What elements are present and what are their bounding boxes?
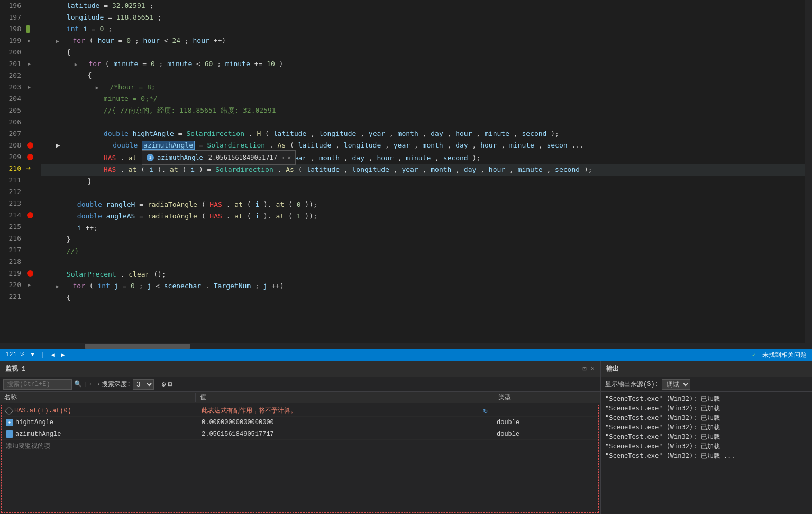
gutter-199: ▶ — [25, 35, 37, 47]
line-num-215: 215 — [5, 221, 21, 233]
watch-nav-next[interactable]: → — [96, 381, 99, 388]
gutter-207 — [25, 128, 37, 140]
gutter-208 — [25, 140, 37, 151]
line-num-212: 212 — [5, 186, 21, 198]
gutter-214 — [25, 209, 37, 221]
gutter-204 — [25, 93, 37, 105]
line-num-213: 213 — [5, 198, 21, 209]
tooltip-pin-btn[interactable]: × — [287, 152, 291, 163]
line-num-196: 196 — [5, 0, 21, 12]
gutter-221 — [25, 291, 37, 302]
watch-close-btn[interactable]: × — [591, 365, 595, 373]
line-num-204: 204 — [5, 93, 21, 105]
line-numbers: 196 197 198 199 200 201 202 203 204 205 … — [0, 0, 25, 343]
watch-cell-value-2: 0.00000000000000000 — [197, 419, 492, 426]
watch-row-3[interactable]: azimuthAngle 2.05615618490517717 double — [2, 428, 598, 440]
output-title: 输出 — [606, 364, 807, 373]
watch-panel-header: 监视 1 — ⊡ × — [0, 361, 600, 377]
watch-expand-icon[interactable]: ⊞ — [168, 380, 172, 389]
code-line-221: { — [41, 292, 805, 304]
code-line-199: ▶ for ( hour = 0 ; hour < 24 ; hour ++) — [41, 35, 805, 47]
ide-window: 196 197 198 199 200 201 202 203 204 205 … — [0, 0, 812, 514]
watch-panel: 监视 1 — ⊡ × 🔍 | ← → 搜索深度: 31245 | ⚙ ⊞ — [0, 361, 600, 514]
watch-search-input[interactable] — [3, 379, 72, 390]
watch-toolbar: 🔍 | ← → 搜索深度: 31245 | ⚙ ⊞ — [0, 377, 600, 392]
breakpoint-208[interactable] — [27, 142, 33, 149]
line-num-218: 218 — [5, 256, 21, 268]
line-num-198: 198 — [5, 23, 21, 35]
gutter-202 — [25, 70, 37, 81]
scroll-right-btn[interactable]: ▶ — [61, 351, 65, 359]
watch-panel-title: 监视 1 — [5, 364, 574, 373]
gutter-218 — [25, 256, 37, 268]
line-num-203: 203 — [5, 81, 21, 93]
output-content: "SceneTest.exe" (Win32): 已加载 "SceneTest.… — [601, 392, 812, 514]
watch-search-depth-label: 搜索深度: — [102, 380, 131, 389]
line-num-210: 210 — [5, 163, 21, 175]
code-line-196: latitude = 32.02591 ; — [41, 0, 805, 12]
watch-depth-select[interactable]: 31245 — [133, 379, 154, 390]
output-source-select[interactable]: 调试 — [662, 379, 690, 390]
gutter-198 — [25, 23, 37, 35]
output-source-toolbar: 显示输出来源(S): 调试 — [601, 377, 812, 392]
gutter-205 — [25, 105, 37, 116]
code-line-207: double hightAngle = Solardirection . H (… — [41, 128, 805, 140]
gutter-216 — [25, 233, 37, 244]
watch-row2-icon: ◈ — [6, 419, 13, 426]
editor-hscroll[interactable] — [0, 343, 812, 349]
watch-row-1[interactable]: HAS.at(i).at(0) 此表达式有副作用，将不予计算。 ↻ — [2, 405, 598, 417]
output-line-2: "SceneTest.exe" (Win32): 已加载 — [605, 403, 808, 413]
gutter-212 — [25, 186, 37, 198]
watch-cell-value-1: 此表达式有副作用，将不予计算。 ↻ — [197, 406, 492, 415]
tooltip-value: 2.0561561849051717 — [208, 152, 277, 163]
code-line-200: { — [41, 47, 805, 58]
output-line-7: "SceneTest.exe" (Win32): 已加载 ... — [605, 451, 808, 461]
watch-row3-icon — [6, 430, 13, 438]
gutter-197 — [25, 12, 37, 23]
watch-add-row[interactable]: 添加要监视的项 — [2, 440, 598, 452]
output-header: 输出 — [601, 361, 812, 377]
tooltip-variable-name: azimuthAngle — [157, 152, 203, 163]
editor-scrollbar[interactable] — [805, 0, 812, 343]
watch-minimize-btn[interactable]: — — [574, 365, 578, 373]
code-line-197: longitude = 118.85651 ; — [41, 12, 805, 23]
watch-cell-name-2: ◈ hightAngle — [2, 419, 197, 426]
editor-area: 196 197 198 199 200 201 202 203 204 205 … — [0, 0, 812, 349]
watch-add-label: 添加要监视的项 — [6, 442, 50, 451]
breakpoint-209[interactable] — [27, 154, 33, 160]
code-line-201: ▶ for ( minute = 0 ; minute < 60 ; minut… — [41, 58, 805, 70]
line-num-219: 219 — [5, 268, 21, 279]
output-line-6: "SceneTest.exe" (Win32): 已加载 — [605, 442, 808, 451]
tooltip-close-btn[interactable]: → — [280, 152, 284, 163]
watch-search-icon[interactable]: 🔍 — [74, 380, 82, 388]
line-num-206: 206 — [5, 116, 21, 128]
gutter-220: ▶ — [25, 279, 37, 291]
watch-nav-prev[interactable]: ← — [90, 381, 94, 388]
code-lines[interactable]: latitude = 32.02591 ; longitude = 118.85… — [37, 0, 805, 343]
watch-row1-refresh-icon[interactable]: ↻ — [483, 406, 488, 415]
code-line-216: } — [41, 234, 805, 245]
code-line-208: ▶ double azimuthAngle i azimuthAngle 2.0… — [41, 140, 805, 151]
breakpoint-219[interactable] — [27, 270, 33, 277]
line-num-207: 207 — [5, 128, 21, 140]
scroll-left-btn[interactable]: ◀ — [51, 351, 54, 359]
line-num-199: 199 — [5, 35, 21, 47]
gutter-213 — [25, 198, 37, 209]
watch-filter-icon[interactable]: ⚙ — [162, 380, 166, 389]
watch-row2-value: 0.00000000000000000 — [202, 419, 274, 426]
line-num-216: 216 — [5, 233, 21, 244]
watch-row3-name: azimuthAngle — [15, 430, 61, 438]
output-line-1: "SceneTest.exe" (Win32): 已加载 — [605, 394, 808, 403]
watch-pin-btn[interactable]: ⊡ — [583, 365, 587, 373]
gutter-217 — [25, 244, 37, 256]
watch-row-2[interactable]: ◈ hightAngle 0.00000000000000000 double — [2, 417, 598, 428]
watch-row1-name: HAS.at(i).at(0) — [14, 407, 71, 415]
watch-cell-type-2: double — [492, 419, 598, 426]
breakpoint-214[interactable] — [27, 212, 33, 218]
zoom-dropdown[interactable]: ▼ — [31, 351, 34, 359]
code-line-218 — [41, 257, 805, 269]
issue-check-icon: ✓ — [752, 351, 756, 359]
gutter-203: ▶ — [25, 81, 37, 93]
code-line-211: } — [41, 176, 805, 187]
status-bar: 121 % ▼ | ◀ ▶ ✓ 未找到相关问题 — [0, 349, 812, 361]
